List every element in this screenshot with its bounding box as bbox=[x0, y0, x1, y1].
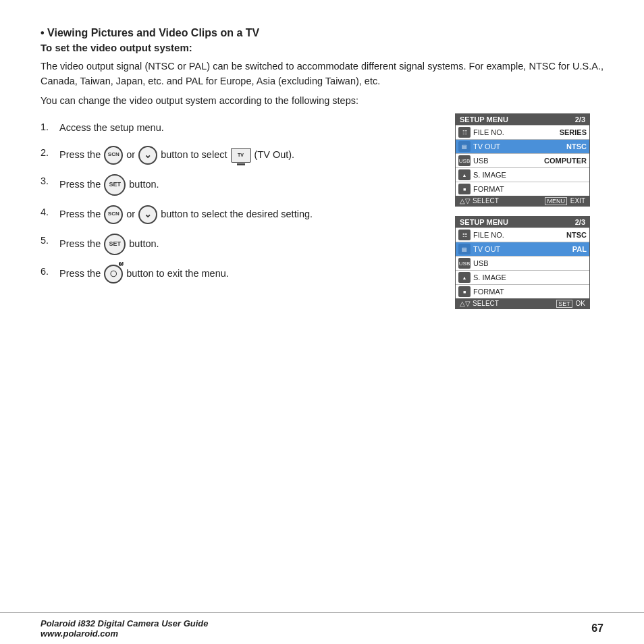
scn-button-icon: SCN bbox=[104, 146, 123, 165]
page-footer: Polaroid i832 Digital Camera User Guide … bbox=[0, 612, 644, 644]
menu-2-page: 2/3 bbox=[575, 218, 585, 226]
step-6: 6. Press the M ◯ button to exit the menu… bbox=[41, 265, 441, 284]
menu-1-footer-right: MENU EXIT bbox=[545, 197, 585, 205]
menu-1-footer: △▽ SELECT MENU EXIT bbox=[456, 196, 589, 206]
step-num-1: 1. bbox=[41, 120, 59, 135]
menu-1-row-tv-out: ▤ TV OUT NTSC bbox=[456, 139, 589, 153]
step-5-before: Press the bbox=[59, 236, 101, 252]
menu-2-row-format: ■ FORMAT bbox=[456, 284, 589, 298]
format-icon-2: ■ bbox=[458, 286, 471, 297]
menu-2-footer-right: SET OK bbox=[556, 300, 585, 307]
step-5-content: Press the SET button. bbox=[59, 234, 159, 255]
menu-2-label-simage: S. IMAGE bbox=[473, 273, 587, 281]
footer-website: www.polaroid.com bbox=[41, 628, 209, 639]
step-3: 3. Press the SET button. bbox=[41, 174, 441, 196]
menu-1-value-usb: COMPUTER bbox=[544, 157, 587, 165]
menu-screenshot-1: SETUP MENU 2/3 ☷ FILE NO. SERIES ▤ TV OU… bbox=[455, 113, 590, 207]
step-5-after: button. bbox=[129, 236, 159, 252]
page-title: Viewing Pictures and Video Clips on a TV bbox=[47, 27, 259, 38]
menu-1-label-tv: TV OUT bbox=[473, 142, 566, 151]
format-icon: ■ bbox=[458, 184, 471, 194]
set-button-icon-1: SET bbox=[104, 174, 126, 196]
page-content: • Viewing Pictures and Video Clips on a … bbox=[0, 0, 644, 323]
menu-button-icon: M ◯ bbox=[104, 265, 123, 284]
menu-2-label-file: FILE NO. bbox=[473, 231, 566, 239]
menu-1-row-format: ■ FORMAT bbox=[456, 182, 589, 196]
menu-1-value-tv: NTSC bbox=[566, 142, 587, 151]
step-2-before: Press the bbox=[59, 147, 101, 163]
menu-2-value-tv: PAL bbox=[572, 245, 587, 253]
file-no-icon: ☷ bbox=[458, 127, 471, 138]
tv-out-icon: TV bbox=[231, 148, 251, 163]
steps-list: 1. Access the setup menu. 2. Press the S… bbox=[41, 120, 441, 309]
menu-2-ok-label: OK bbox=[576, 300, 585, 307]
footer-book-title: Polaroid i832 Digital Camera User Guide bbox=[41, 618, 209, 628]
menu-2-header: SETUP MENU 2/3 bbox=[456, 217, 589, 227]
menu-2-label-usb: USB bbox=[473, 259, 587, 267]
step-5: 5. Press the SET button. bbox=[41, 234, 441, 255]
menu-1-footer-left: SELECT bbox=[473, 197, 499, 205]
step-4-before: Press the bbox=[59, 207, 101, 222]
menu-2-footer-select: △▽ SELECT bbox=[460, 300, 499, 307]
menu-2-footer: △▽ SELECT SET OK bbox=[456, 298, 589, 308]
step-4-content: Press the SCN or ⌄ button to select the … bbox=[59, 205, 313, 224]
step-4-or: or bbox=[126, 207, 135, 222]
step-1-text: Access the setup menu. bbox=[59, 120, 164, 136]
s-image-icon: ▲ bbox=[458, 169, 471, 180]
section-heading: • Viewing Pictures and Video Clips on a … bbox=[41, 27, 603, 39]
menu-1-page: 2/3 bbox=[575, 115, 585, 124]
step-1-content: Access the setup menu. bbox=[59, 120, 164, 136]
menu-1-footer-icon: MENU bbox=[545, 197, 567, 205]
step-2: 2. Press the SCN or ⌄ button to select T… bbox=[41, 146, 441, 165]
menu-2-row-usb: USB USB bbox=[456, 256, 589, 270]
step-6-after: button to exit the menu. bbox=[126, 266, 229, 281]
footer-left: Polaroid i832 Digital Camera User Guide … bbox=[41, 618, 209, 639]
step-2-content: Press the SCN or ⌄ button to select TV (… bbox=[59, 146, 294, 165]
intro-para-1: The video output signal (NTSC or PAL) ca… bbox=[41, 59, 603, 89]
bullet: • bbox=[41, 27, 47, 38]
menu-screenshot-2: SETUP MENU 2/3 ☷ FILE NO. NTSC ▤ TV OUT … bbox=[455, 216, 590, 309]
s-image-icon-2: ▲ bbox=[458, 272, 471, 283]
step-num-6: 6. bbox=[41, 265, 59, 279]
footer-page-number: 67 bbox=[591, 622, 603, 635]
menu-screenshots: SETUP MENU 2/3 ☷ FILE NO. SERIES ▤ TV OU… bbox=[455, 113, 603, 309]
step-3-after: button. bbox=[129, 177, 159, 192]
step-num-4: 4. bbox=[41, 205, 59, 220]
menu-1-title: SETUP MENU bbox=[460, 115, 508, 124]
menu-1-footer-select: △▽ SELECT bbox=[460, 197, 499, 205]
usb-icon-2: USB bbox=[458, 258, 471, 269]
intro-para-2: You can change the video output system a… bbox=[41, 93, 603, 108]
step-3-content: Press the SET button. bbox=[59, 174, 159, 196]
step-num-3: 3. bbox=[41, 174, 59, 189]
subtitle: To set the video output system: bbox=[41, 42, 603, 53]
down-button-icon: ⌄ bbox=[138, 146, 157, 165]
menu-1-label-format: FORMAT bbox=[473, 185, 587, 193]
step-2-suffix: (TV Out). bbox=[254, 147, 295, 163]
menu-2-row-file-no: ☷ FILE NO. NTSC bbox=[456, 227, 589, 242]
menu-1-exit-label: EXIT bbox=[570, 197, 585, 205]
menu-2-row-tv-out: ▤ TV OUT PAL bbox=[456, 242, 589, 256]
step-3-before: Press the bbox=[59, 177, 101, 192]
menu-2-title: SETUP MENU bbox=[460, 218, 508, 226]
menu-1-row-usb: USB USB COMPUTER bbox=[456, 153, 589, 167]
menu-1-value-file: SERIES bbox=[560, 128, 587, 136]
tv-out-row-icon-2: ▤ bbox=[458, 244, 471, 254]
menu-1-row-file-no: ☷ FILE NO. SERIES bbox=[456, 125, 589, 139]
file-no-icon-2: ☷ bbox=[458, 230, 471, 240]
step-4: 4. Press the SCN or ⌄ button to select t… bbox=[41, 205, 441, 224]
tv-out-row-icon: ▤ bbox=[458, 141, 471, 152]
step-num-2: 2. bbox=[41, 146, 59, 161]
menu-2-label-tv: TV OUT bbox=[473, 245, 572, 253]
down-button-icon-2: ⌄ bbox=[138, 205, 157, 224]
menu-1-label-usb: USB bbox=[473, 157, 544, 165]
select-arrow-icon-2: △▽ bbox=[460, 300, 471, 307]
menu-2-value-file: NTSC bbox=[566, 231, 587, 239]
step-1: 1. Access the setup menu. bbox=[41, 120, 441, 136]
menu-1-label-simage: S. IMAGE bbox=[473, 171, 587, 179]
menu-2-footer-left: SELECT bbox=[473, 300, 499, 307]
step-6-before: Press the bbox=[59, 266, 101, 281]
menu-1-label-file: FILE NO. bbox=[473, 128, 560, 136]
set-button-icon-2: SET bbox=[104, 234, 126, 255]
scn-button-icon-2: SCN bbox=[104, 205, 123, 224]
menu-2-row-s-image: ▲ S. IMAGE bbox=[456, 270, 589, 284]
